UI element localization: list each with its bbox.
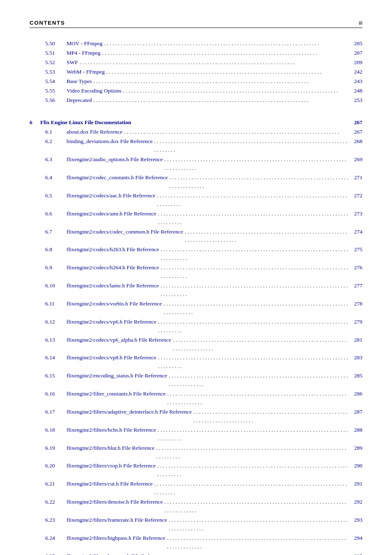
- toc-entry-number: 5.50: [45, 39, 67, 48]
- toc-subentry-page: 291: [350, 480, 362, 488]
- toc-subentry: 6.3flixengine2/audio_options.h File Refe…: [30, 155, 362, 173]
- toc-subentry-page: 278: [350, 300, 362, 308]
- toc-subentry-title: flixengine2/filters/blur.h File Referenc…: [67, 444, 154, 453]
- toc-dots: . . . . . . . . . . . . . . . . . . . . …: [173, 336, 348, 353]
- toc-subentry-title: flixengine2/codecs/lame.h File Reference: [67, 282, 159, 290]
- toc-entry: 5.51MP4 - FFmpeg . . . . . . . . . . . .…: [30, 49, 362, 58]
- toc-subentry-title: flixengine2/codecs/vp8.h File Reference: [67, 354, 157, 362]
- toc-subentry-number: 6.12: [45, 318, 67, 326]
- toc-subentry-number: 6.4: [45, 173, 67, 182]
- toc-subentry: 6.15flixengine2/encoding_status.h File R…: [30, 372, 362, 389]
- toc-subentry: 6.8flixengine2/codecs/h263.h File Refere…: [30, 245, 362, 263]
- toc-subentry-title: flixengine2/filters/framerate.h File Ref…: [67, 516, 167, 525]
- toc-subentry: 6.13flixengine2/codecs/vp6_alpha.h File …: [30, 336, 362, 353]
- toc-subentry: 6.16flixengine2/filter_constants.h File …: [30, 390, 362, 407]
- toc-subentry-page: 269: [350, 155, 362, 164]
- toc-subentry: 6.6flixengine2/codecs/amr.h File Referen…: [30, 210, 362, 227]
- toc-subentry-number: 6.17: [45, 408, 67, 416]
- toc-subentry: 6.7flixengine2/codecs/codec_common.h Fil…: [30, 228, 362, 245]
- toc-entry: 5.56Deprecated . . . . . . . . . . . . .…: [30, 96, 362, 105]
- toc-subentry-title: flixengine2/filters/bchs.h File Referenc…: [67, 426, 156, 435]
- toc-subentry-title: flixengine2/codecs/vp6_alpha.h File Refe…: [67, 336, 171, 345]
- chapter-row: 6Flix Engine Linux File Documentation267: [30, 118, 362, 127]
- toc-dots: . . . . . . . . . . . . . . . . . . . . …: [157, 462, 348, 479]
- toc-dots: . . . . . . . . . . . . . . . . . . . . …: [154, 137, 348, 155]
- toc-subentry-title: flixengine2/codecs/h264.h File Reference: [67, 264, 159, 272]
- toc-entry-title: Deprecated: [67, 96, 92, 105]
- toc-dots: . . . . . . . . . . . . . . . . . . . . …: [158, 318, 348, 335]
- toc-dots: . . . . . . . . . . . . . . . . . . . . …: [164, 498, 348, 515]
- toc-subentry: 6.24flixengine2/filters/highpass.h File …: [30, 534, 362, 551]
- toc-entry-page: 207: [350, 49, 362, 58]
- toc-subentry-title: flixengine2/codec_constants.h File Refer…: [67, 173, 168, 182]
- toc-entry: 5.52SWF . . . . . . . . . . . . . . . . …: [30, 58, 362, 67]
- toc-dots: . . . . . . . . . . . . . . . . . . . . …: [157, 192, 348, 209]
- toc-subentry-number: 6.5: [45, 192, 67, 200]
- page-header: CONTENTS iii: [30, 20, 362, 28]
- toc-subentry: 6.20flixengine2/filters/crop.h File Refe…: [30, 462, 362, 479]
- toc-subentry-page: 285: [350, 372, 362, 380]
- toc-entry: 5.55Video Encoding Options . . . . . . .…: [30, 87, 362, 95]
- toc-subentry-page: 286: [350, 390, 362, 398]
- toc-subentry-number: 6.19: [45, 444, 67, 453]
- toc-dots: . . . . . . . . . . . . . . . . . . . . …: [93, 96, 348, 105]
- toc-subentry-number: 6.11: [45, 300, 67, 308]
- toc-subentry-page: 276: [350, 264, 362, 272]
- toc-subentry: 6.1about.dox File Reference . . . . . . …: [30, 128, 362, 136]
- toc-entry: 5.50MOV - FFmpeg . . . . . . . . . . . .…: [30, 39, 362, 48]
- toc-subentry-number: 6.21: [45, 480, 67, 488]
- toc-subentry-title: flixengine2/codecs/h263.h File Reference: [67, 245, 159, 254]
- toc-dots: . . . . . . . . . . . . . . . . . . . . …: [169, 173, 348, 191]
- toc-subentry-page: 274: [350, 228, 362, 236]
- toc-dots: . . . . . . . . . . . . . . . . . . . . …: [102, 49, 348, 58]
- toc-dots: . . . . . . . . . . . . . . . . . . . . …: [164, 300, 348, 317]
- toc-subentry: 6.12flixengine2/codecs/vp6.h File Refere…: [30, 318, 362, 335]
- toc-entry-number: 5.52: [45, 58, 67, 67]
- toc-subentry-number: 6.8: [45, 245, 67, 254]
- toc-subentry-title: flixengine2/filters/crop.h File Referenc…: [67, 462, 156, 470]
- toc-entry-title: WebM - FFmpeg: [67, 68, 105, 76]
- toc-entry-title: Base Types: [67, 77, 92, 86]
- toc-subentry: 6.19flixengine2/filters/blur.h File Refe…: [30, 444, 362, 461]
- chapter-section: 6Flix Engine Linux File Documentation267: [30, 118, 362, 127]
- toc-dots: . . . . . . . . . . . . . . . . . . . . …: [123, 87, 348, 95]
- toc-entry-number: 5.55: [45, 87, 67, 95]
- toc-entry-number: 5.53: [45, 68, 67, 76]
- toc-subentry-page: 292: [350, 498, 362, 506]
- toc-subentry-page: 288: [350, 426, 362, 435]
- toc-dots: . . . . . . . . . . . . . . . . . . . . …: [167, 534, 348, 551]
- toc-subentry: 6.10flixengine2/codecs/lame.h File Refer…: [30, 282, 362, 299]
- toc-subentry-page: 287: [350, 408, 362, 416]
- toc-subentry: 6.21flixengine2/filters/cut.h File Refer…: [30, 480, 362, 497]
- chapter-number: 6: [30, 118, 40, 127]
- toc-subentry-number: 6.1: [45, 128, 67, 136]
- toc-dots: . . . . . . . . . . . . . . . . . . . . …: [93, 77, 348, 86]
- toc-entry-title: Video Encoding Options: [67, 87, 121, 95]
- toc-subentry-title: flixengine2/filters/lowpass.h File Refer…: [67, 552, 164, 555]
- chapter-title: Flix Engine Linux File Documentation: [40, 118, 131, 127]
- toc-dots: . . . . . . . . . . . . . . . . . . . . …: [185, 228, 348, 245]
- toc-dots: . . . . . . . . . . . . . . . . . . . . …: [158, 426, 348, 443]
- toc-subentry-page: 281: [350, 336, 362, 345]
- toc-subentry-page: 267: [350, 128, 362, 136]
- toc-entry-title: MOV - FFmpeg: [67, 39, 103, 48]
- toc-subentry-number: 6.10: [45, 282, 67, 290]
- header-title: CONTENTS: [30, 20, 65, 26]
- toc-subentry-number: 6.7: [45, 228, 67, 236]
- toc-subentry: 6.9flixengine2/codecs/h264.h File Refere…: [30, 264, 362, 281]
- toc-subentry-page: 279: [350, 318, 362, 326]
- toc-subentry-page: 283: [350, 354, 362, 362]
- toc-subentry: 6.23flixengine2/filters/framerate.h File…: [30, 516, 362, 533]
- toc-dots: . . . . . . . . . . . . . . . . . . . . …: [169, 516, 348, 533]
- toc-entry-page: 253: [350, 96, 362, 105]
- toc-subentry-number: 6.15: [45, 372, 67, 380]
- toc-subentry-title: flixengine2/encoding_status.h File Refer…: [67, 372, 167, 380]
- toc-subentry-page: 290: [350, 462, 362, 470]
- toc-entry: 5.53WebM - FFmpeg . . . . . . . . . . . …: [30, 68, 362, 76]
- toc-subentry-title: about.dox File Reference: [67, 128, 122, 136]
- toc-subentry-title: flixengine2/codecs/vp6.h File Reference: [67, 318, 157, 326]
- toc-entry-page: 248: [350, 87, 362, 95]
- toc-subentry-number: 6.6: [45, 210, 67, 218]
- toc-dots: . . . . . . . . . . . . . . . . . . . . …: [166, 552, 348, 555]
- toc-subentry-title: flixengine2/filters/adaptive_deinterlace…: [67, 408, 192, 416]
